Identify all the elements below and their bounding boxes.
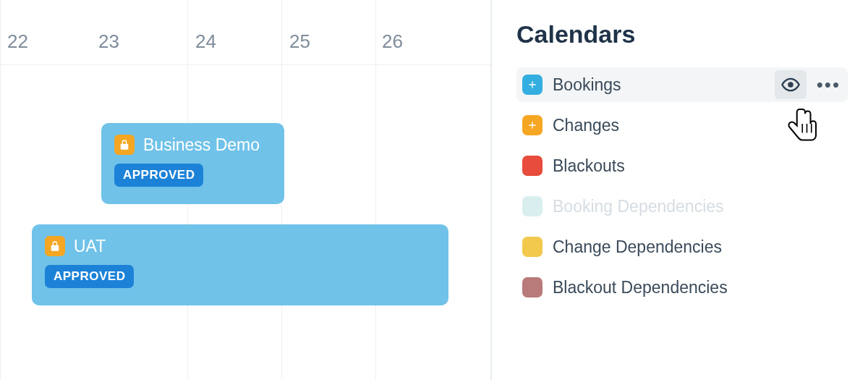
- calendar-item-label: Blackouts: [553, 156, 625, 176]
- status-badge: APPROVED: [45, 265, 134, 288]
- calendars-sidebar: Calendars Bookings •••: [492, 0, 868, 380]
- day-number: 22: [7, 30, 28, 53]
- calendar-item-label: Blackout Dependencies: [553, 278, 728, 297]
- day-column[interactable]: [282, 0, 376, 380]
- calendar-item-label: Change Dependencies: [553, 237, 722, 257]
- plus-icon: [522, 75, 542, 95]
- event-title: UAT: [74, 237, 106, 256]
- more-menu[interactable]: •••: [814, 75, 843, 94]
- svg-point-0: [788, 82, 793, 87]
- plus-icon: [522, 115, 542, 135]
- calendar-event[interactable]: Business Demo APPROVED: [101, 123, 284, 204]
- calendar-item-changes[interactable]: Changes: [516, 108, 848, 143]
- calendar-item-change-dependencies[interactable]: Change Dependencies: [516, 229, 848, 264]
- sidebar-title: Calendars: [516, 20, 848, 48]
- calendar-item-blackouts[interactable]: Blackouts: [516, 148, 848, 183]
- color-swatch: [522, 156, 542, 176]
- calendar-item-bookings[interactable]: Bookings •••: [516, 67, 848, 102]
- color-swatch: [522, 277, 542, 297]
- event-title: Business Demo: [143, 135, 260, 155]
- lock-icon: [114, 135, 135, 155]
- calendar-item-label: Bookings: [553, 75, 621, 95]
- calendar-item-booking-dependencies[interactable]: Booking Dependencies: [516, 189, 848, 224]
- day-number: 25: [289, 30, 310, 53]
- day-number: 24: [195, 30, 216, 53]
- color-swatch: [522, 196, 542, 216]
- day-number: 26: [382, 30, 403, 53]
- visibility-toggle[interactable]: [775, 70, 807, 99]
- calendar-event[interactable]: UAT APPROVED: [32, 224, 448, 305]
- day-column[interactable]: [376, 0, 492, 380]
- day-number: 23: [98, 30, 119, 53]
- calendar-grid[interactable]: 22 23 24 25 26 Business Demo APPROVED UA…: [0, 0, 492, 380]
- calendar-item-label: Booking Dependencies: [553, 197, 724, 216]
- day-column[interactable]: [0, 0, 1, 380]
- calendar-item-blackout-dependencies[interactable]: Blackout Dependencies: [516, 270, 848, 305]
- calendar-list: Bookings ••• Changes Blackouts: [516, 67, 848, 305]
- calendar-item-label: Changes: [553, 116, 619, 135]
- color-swatch: [522, 237, 542, 257]
- status-badge: APPROVED: [114, 164, 203, 187]
- lock-icon: [45, 236, 65, 256]
